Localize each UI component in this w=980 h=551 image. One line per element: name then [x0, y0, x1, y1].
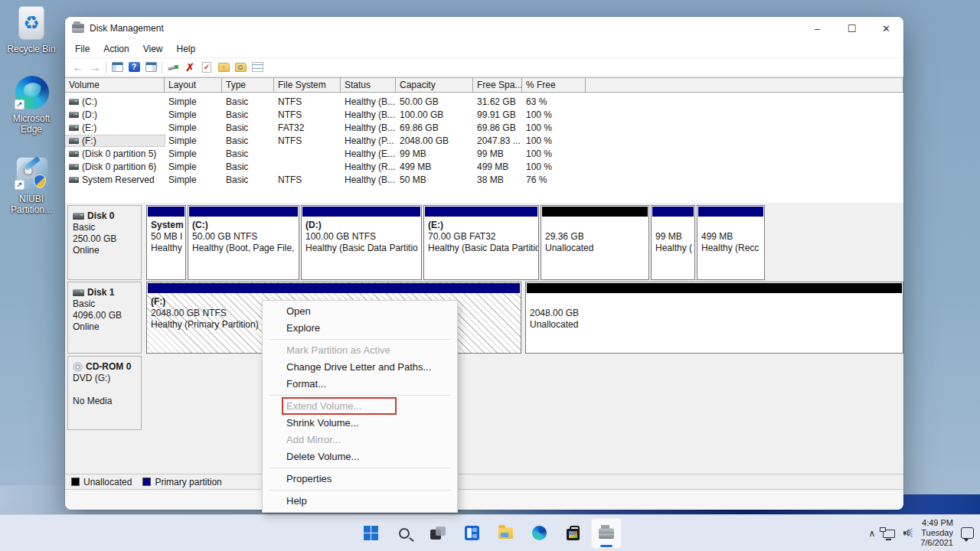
- cell-filesystem: NTFS: [274, 174, 341, 185]
- table-row-selected[interactable]: (F:) Simple Basic NTFS Healthy (P... 204…: [65, 134, 903, 147]
- volume-name: (Disk 0 partition 6): [82, 161, 156, 172]
- close-button[interactable]: ✕: [869, 17, 903, 40]
- menu-file[interactable]: File: [68, 41, 96, 57]
- verify-button[interactable]: ✓: [198, 60, 215, 75]
- cell-capacity: 99 MB: [396, 148, 473, 159]
- title-bar[interactable]: Disk Management – ☐ ✕: [65, 17, 903, 40]
- disk-0-label-panel[interactable]: Disk 0 Basic 250.00 GB Online: [67, 205, 142, 280]
- column-header-pctfree[interactable]: % Free: [522, 78, 586, 92]
- menu-item-help[interactable]: Help: [263, 493, 457, 510]
- unallocated-bar: [542, 207, 648, 217]
- cell-layout: Simple: [165, 122, 222, 133]
- console-tree-button[interactable]: [109, 60, 126, 75]
- column-header-status[interactable]: Status: [341, 78, 396, 92]
- forward-button[interactable]: →: [87, 60, 103, 75]
- search-button[interactable]: [389, 518, 420, 549]
- explore-folder-button[interactable]: [232, 60, 249, 75]
- cell-status: Healthy (B...: [341, 122, 396, 133]
- menu-item-shrink-volume[interactable]: Shrink Volume...: [263, 415, 457, 432]
- partition-e[interactable]: (E:)70.00 GB FAT32Healthy (Basic Data Pa…: [423, 205, 539, 280]
- cell-filesystem: FAT32: [274, 122, 341, 133]
- cell-layout: Simple: [165, 109, 222, 120]
- menu-action[interactable]: Action: [96, 41, 136, 57]
- unallocated-space-disk0[interactable]: 29.36 GBUnallocated: [541, 205, 649, 280]
- clock-day: Tuesday: [920, 528, 953, 538]
- disk-management-app-icon: [72, 24, 84, 33]
- menu-view[interactable]: View: [136, 41, 170, 57]
- volume-name: System Reserved: [82, 174, 155, 185]
- volume-name: (C:): [82, 96, 97, 107]
- delete-button[interactable]: ✗: [181, 60, 198, 75]
- partition-499mb[interactable]: 499 MBHealthy (Recc: [697, 205, 765, 280]
- shortcut-arrow-icon: ↗: [15, 180, 24, 190]
- menu-help[interactable]: Help: [170, 41, 203, 57]
- tray-chevron-icon[interactable]: ∧: [868, 528, 875, 539]
- table-row[interactable]: (E:) Simple Basic FAT32 Healthy (B... 69…: [65, 121, 903, 134]
- cell-type: Basic: [222, 148, 274, 159]
- store-button[interactable]: [557, 518, 588, 549]
- task-view-button[interactable]: [423, 518, 453, 549]
- volume-icon: [69, 177, 79, 183]
- properties-button[interactable]: [249, 60, 266, 75]
- partition-status: Healthy (Basic Data Partitio: [305, 243, 417, 254]
- action-pane-button[interactable]: [142, 60, 159, 75]
- open-folder-button[interactable]: ↑: [215, 60, 232, 75]
- cell-status: Healthy (B...: [341, 109, 396, 120]
- start-button[interactable]: [355, 518, 386, 549]
- table-row[interactable]: (D:) Simple Basic NTFS Healthy (B... 100…: [65, 108, 903, 121]
- taskbar-clock[interactable]: 4:49 PM Tuesday 7/6/2021: [920, 518, 953, 548]
- desktop-icon-microsoft-edge[interactable]: ↗ Microsoft Edge: [2, 74, 61, 135]
- disk-management-taskbar-button[interactable]: [591, 518, 622, 549]
- menu-item-delete-volume[interactable]: Delete Volume...: [263, 448, 457, 465]
- unallocated-space-disk1[interactable]: 2048.00 GBUnallocated: [525, 282, 903, 354]
- edge-button[interactable]: [524, 518, 554, 549]
- network-icon[interactable]: [883, 528, 895, 538]
- disk-management-icon: [599, 528, 614, 539]
- table-row[interactable]: (C:) Simple Basic NTFS Healthy (B... 50.…: [65, 95, 903, 108]
- column-header-filesystem[interactable]: File System: [274, 78, 341, 92]
- help-icon: ?: [129, 62, 140, 72]
- partition-system-reserved[interactable]: System50 MB IHealthy: [146, 205, 186, 280]
- notification-center-icon[interactable]: [961, 527, 974, 539]
- column-header-volume[interactable]: Volume: [65, 78, 165, 92]
- cell-pctfree: 76 %: [522, 174, 586, 185]
- maximize-button[interactable]: ☐: [835, 17, 869, 40]
- primary-partition-bar: [425, 207, 537, 217]
- cdrom-0-label-panel[interactable]: CD-ROM 0 DVD (G:) No Media: [67, 356, 142, 430]
- menu-item-properties[interactable]: Properties: [263, 471, 457, 487]
- column-header-layout[interactable]: Layout: [165, 78, 222, 92]
- menu-item-explore[interactable]: Explore: [263, 320, 457, 337]
- column-header-type[interactable]: Type: [222, 78, 274, 92]
- disk-1-label-panel[interactable]: Disk 1 Basic 4096.00 GB Online: [67, 282, 142, 354]
- partition-c[interactable]: (C:)50.00 GB NTFSHealthy (Boot, Page Fil…: [188, 205, 299, 280]
- back-button[interactable]: ←: [70, 60, 87, 75]
- primary-partition-bar: [302, 207, 420, 217]
- table-row[interactable]: System Reserved Simple Basic NTFS Health…: [65, 173, 903, 186]
- table-row[interactable]: (Disk 0 partition 5) Simple Basic Health…: [65, 147, 903, 160]
- menu-item-format[interactable]: Format...: [263, 376, 457, 393]
- table-row[interactable]: (Disk 0 partition 6) Simple Basic Health…: [65, 160, 903, 173]
- menu-item-open[interactable]: Open: [263, 303, 457, 320]
- partition-size: 100.00 GB NTFS: [305, 231, 417, 243]
- column-header-capacity[interactable]: Capacity: [396, 78, 473, 92]
- cdrom-drive-letter: DVD (G:): [73, 373, 136, 384]
- desktop-icon-niubi-partition[interactable]: ↗ NIUBI Partition...: [2, 155, 61, 215]
- file-explorer-button[interactable]: [490, 518, 521, 549]
- rescan-button[interactable]: [165, 60, 181, 75]
- partition-99mb[interactable]: 99 MBHealthy (: [651, 205, 695, 280]
- volume-icon: [69, 138, 79, 144]
- minimize-button[interactable]: –: [800, 17, 835, 40]
- widgets-button[interactable]: [456, 518, 487, 549]
- edge-icon: [532, 526, 547, 540]
- help-button[interactable]: ?: [126, 60, 142, 75]
- partition-status: Unallocated: [530, 319, 899, 331]
- disk-type: Basic: [73, 298, 136, 310]
- volume-speaker-icon[interactable]: 🕬: [903, 527, 913, 539]
- menu-item-change-drive-letter[interactable]: Change Drive Letter and Paths...: [263, 359, 457, 376]
- partition-status: Healthy: [151, 243, 181, 254]
- disk-name: CD-ROM 0: [86, 361, 131, 373]
- legend-label: Unallocated: [83, 477, 132, 487]
- partition-d[interactable]: (D:)100.00 GB NTFSHealthy (Basic Data Pa…: [301, 205, 422, 280]
- column-header-freespace[interactable]: Free Spa...: [473, 78, 522, 92]
- desktop-icon-recycle-bin[interactable]: ♻ Recycle Bin: [2, 5, 61, 54]
